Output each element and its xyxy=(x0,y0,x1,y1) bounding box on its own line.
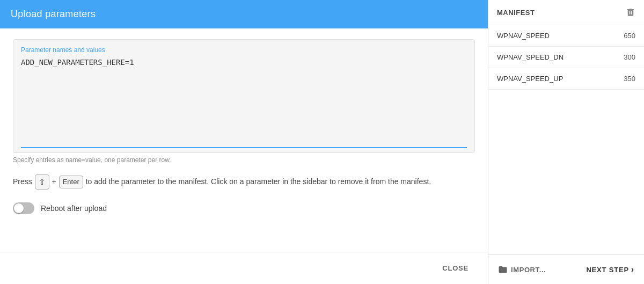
next-step-label: NEXT STEP xyxy=(586,266,628,274)
manifest-list: MANIFEST WPNAV_SPEED650WPNAV_SPEED_DN300… xyxy=(488,0,644,254)
textarea-label: Parameter names and values xyxy=(21,46,467,54)
reboot-toggle[interactable] xyxy=(13,202,34,214)
folder-icon xyxy=(498,265,508,274)
parameter-textarea[interactable]: ADD_NEW_PARAMETERS_HERE=1 xyxy=(21,57,467,143)
param-list-item[interactable]: WPNAV_SPEED_UP350 xyxy=(488,68,644,90)
instructions-part2: to add the parameter to the manifest. Cl… xyxy=(86,177,431,186)
chevron-right-icon: › xyxy=(631,265,634,274)
param-list-item[interactable]: WPNAV_SPEED650 xyxy=(488,25,644,47)
param-rows-container: WPNAV_SPEED650WPNAV_SPEED_DN300WPNAV_SPE… xyxy=(488,25,644,90)
left-panel: Upload parameters Parameter names and va… xyxy=(0,0,488,284)
enter-key-badge: Enter xyxy=(59,176,83,189)
param-value: 350 xyxy=(624,75,635,83)
reboot-toggle-label: Reboot after upload xyxy=(41,204,107,213)
param-value: 650 xyxy=(624,32,635,40)
left-footer: CLOSE xyxy=(0,252,488,284)
next-step-button[interactable]: NEXT STEP › xyxy=(581,260,640,279)
right-panel: MANIFEST WPNAV_SPEED650WPNAV_SPEED_DN300… xyxy=(488,0,644,284)
param-name: WPNAV_SPEED xyxy=(497,32,550,40)
param-name: WPNAV_SPEED_UP xyxy=(497,75,563,83)
toggle-knob xyxy=(14,203,24,213)
param-value: 300 xyxy=(624,53,635,61)
hint-text: Specify entries as name=value, one param… xyxy=(13,156,475,164)
param-list-item[interactable]: WPNAV_SPEED_DN300 xyxy=(488,47,644,68)
import-label: IMPORT... xyxy=(511,266,546,274)
textarea-underline xyxy=(21,147,467,148)
content-area: Parameter names and values ADD_NEW_PARAM… xyxy=(0,28,488,252)
reboot-toggle-row: Reboot after upload xyxy=(13,202,475,214)
instructions-plus: + xyxy=(52,177,56,186)
manifest-header: MANIFEST xyxy=(488,0,644,25)
textarea-wrapper: Parameter names and values ADD_NEW_PARAM… xyxy=(13,39,475,153)
param-name: WPNAV_SPEED_DN xyxy=(497,53,564,61)
instructions-text: Press ⇧ + Enter to add the parameter to … xyxy=(13,174,475,190)
trash-icon[interactable] xyxy=(626,8,635,17)
manifest-title: MANIFEST xyxy=(497,9,535,17)
dialog-title: Upload parameters xyxy=(11,9,96,19)
shift-key-badge: ⇧ xyxy=(35,174,49,190)
import-button[interactable]: IMPORT... xyxy=(493,260,551,279)
close-button[interactable]: CLOSE xyxy=(436,260,475,276)
dialog-header: Upload parameters xyxy=(0,0,488,28)
right-footer: IMPORT... NEXT STEP › xyxy=(488,254,644,284)
instructions-part1: Press xyxy=(13,177,32,186)
